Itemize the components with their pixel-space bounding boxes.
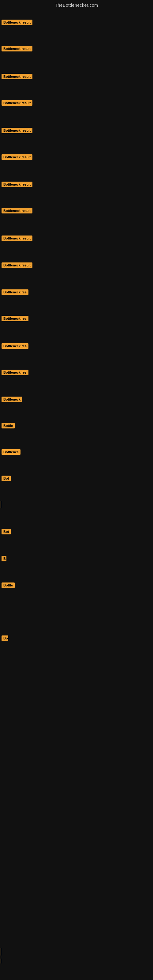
- bottleneck-badge-22[interactable]: Bottle: [2, 582, 15, 588]
- bottleneck-badge-1[interactable]: Bottleneck result: [2, 20, 32, 25]
- bottleneck-badge-13[interactable]: Bottleneck res: [2, 343, 29, 349]
- bottleneck-badge-7[interactable]: Bottleneck result: [2, 181, 32, 187]
- result-row-3: Bottleneck result: [2, 73, 32, 81]
- result-row-21: B: [2, 555, 6, 563]
- bottleneck-badge-6[interactable]: Bottleneck result: [2, 154, 32, 160]
- result-row-22: Bottle: [2, 582, 15, 590]
- sidebar-line-2: [1, 948, 1, 956]
- bottleneck-badge-21[interactable]: B: [2, 556, 6, 562]
- site-title-container: TheBottlenecker.com: [0, 0, 153, 10]
- result-row-24: Bo: [2, 635, 8, 643]
- result-row-6: Bottleneck result: [2, 153, 32, 162]
- result-row-9: Bottleneck result: [2, 235, 32, 243]
- result-row-14: Bottleneck res: [2, 369, 29, 377]
- results-container: Bottleneck resultBottleneck resultBottle…: [0, 10, 153, 978]
- result-row-13: Bottleneck res: [2, 342, 29, 351]
- result-row-empty-35: [0, 926, 153, 951]
- result-row-1: Bottleneck result: [2, 19, 32, 27]
- result-row-4: Bottleneck result: [2, 99, 32, 108]
- bottleneck-badge-4[interactable]: Bottleneck result: [2, 100, 32, 106]
- result-row-empty-32: [0, 850, 153, 874]
- result-row-empty-33: [0, 876, 153, 900]
- bottleneck-badge-24[interactable]: Bo: [2, 635, 8, 641]
- result-row-empty-26: [0, 689, 153, 713]
- result-row-15: Bottleneck: [2, 396, 22, 404]
- result-row-empty-25: [0, 661, 153, 686]
- result-row-17: Bottlenec: [2, 449, 21, 457]
- bottleneck-badge-5[interactable]: Bottleneck result: [2, 128, 32, 133]
- result-row-10: Bottleneck result: [2, 261, 32, 270]
- result-row-11: Bottleneck res: [2, 288, 29, 297]
- result-row-empty-30: [0, 796, 153, 821]
- result-row-12: Bottleneck res: [2, 315, 29, 323]
- result-row-empty-19: [0, 502, 153, 527]
- result-row-16: Bottle: [2, 422, 15, 431]
- bottleneck-badge-15[interactable]: Bottleneck: [2, 396, 22, 402]
- result-row-18: Bot: [2, 475, 11, 483]
- result-row-5: Bottleneck result: [2, 127, 32, 135]
- bottleneck-badge-8[interactable]: Bottleneck result: [2, 208, 32, 213]
- result-row-empty-29: [0, 769, 153, 793]
- site-title: TheBottlenecker.com: [55, 0, 98, 10]
- result-row-2: Bottleneck result: [2, 45, 32, 54]
- bottleneck-badge-3[interactable]: Bottleneck result: [2, 74, 32, 79]
- result-row-8: Bottleneck result: [2, 207, 32, 216]
- bottleneck-badge-12[interactable]: Bottleneck res: [2, 316, 29, 321]
- bottleneck-badge-2[interactable]: Bottleneck result: [2, 46, 32, 51]
- bottleneck-badge-18[interactable]: Bot: [2, 476, 11, 481]
- result-row-empty-31: [0, 822, 153, 847]
- bottleneck-badge-10[interactable]: Bottleneck result: [2, 262, 32, 268]
- bottleneck-badge-20[interactable]: Bot: [2, 529, 11, 535]
- result-row-empty-34: [0, 902, 153, 926]
- result-row-empty-28: [0, 742, 153, 767]
- result-row-empty-27: [0, 715, 153, 739]
- result-row-empty-23: [0, 609, 153, 633]
- result-row-7: Bottleneck result: [2, 181, 32, 189]
- bottleneck-badge-17[interactable]: Bottlenec: [2, 449, 21, 455]
- result-row-20: Bot: [2, 528, 11, 536]
- bottleneck-badge-11[interactable]: Bottleneck res: [2, 290, 29, 295]
- bottleneck-badge-14[interactable]: Bottleneck res: [2, 370, 29, 375]
- sidebar-line-3: [1, 959, 1, 964]
- bottleneck-badge-16[interactable]: Bottle: [2, 423, 15, 428]
- sidebar-line-1: [1, 501, 1, 508]
- bottleneck-badge-9[interactable]: Bottleneck result: [2, 235, 32, 241]
